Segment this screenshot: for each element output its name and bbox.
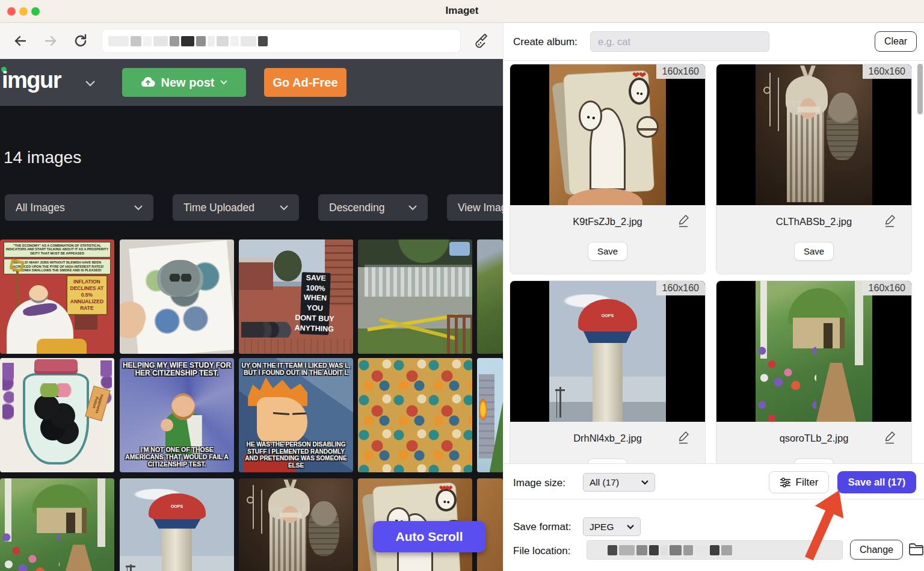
thumbnail-cottage-garden[interactable] — [0, 478, 114, 571]
select-value: All (17) — [590, 477, 619, 488]
meme-top-text: HELPING MY WIFE STUDY FOR HER CITIZENSHI… — [122, 362, 232, 378]
browser-pane: imgur New post Go Ad-Free 14 images All … — [0, 23, 503, 571]
filter-label: Filter — [796, 477, 819, 489]
clear-button[interactable]: Clear — [875, 31, 917, 52]
broom-clean-icon[interactable] — [473, 32, 490, 49]
filter-dropdown-sort-field[interactable]: Time Uploaded — [173, 194, 299, 221]
meme-bottom-text: I'M NOT ONE OF THOSE AMERICANS THAT WOUL… — [122, 446, 232, 468]
art-shape — [153, 519, 201, 529]
thumbnail-success-kid-meme[interactable]: HELPING MY WIFE STUDY FOR HER CITIZENSHI… — [120, 358, 234, 472]
thumbnail-water-tower[interactable]: OOPS — [120, 478, 234, 571]
sliders-icon — [780, 477, 791, 488]
save-format-select[interactable]: JPEG — [583, 517, 641, 536]
imgur-logo[interactable]: imgur — [2, 67, 61, 93]
file-location-field[interactable] — [587, 540, 843, 560]
card-image-cottage[interactable]: 160x160 — [716, 281, 911, 422]
upload-cloud-icon — [141, 76, 155, 88]
thumbnail-street-sign[interactable]: SAVE 100% WHEN YOU DONT BUY ANYTHING — [239, 239, 353, 354]
thumbnail-hill-partial[interactable] — [477, 239, 503, 354]
redacted-block — [661, 545, 668, 555]
save-button[interactable]: Save — [588, 242, 627, 261]
street-sign-text: SAVE 100% WHEN YOU DONT BUY ANYTHING — [300, 272, 330, 335]
art-shape — [365, 265, 472, 297]
thumbnail-cats-jar[interactable]: Happiness Potion — [0, 358, 114, 472]
art-shape — [824, 323, 833, 348]
redacted-block — [241, 36, 256, 46]
comic-caption: "THE ECONOMY" AS A COMBINATION OF STATIS… — [4, 242, 111, 258]
thumbnail-owl-woman[interactable] — [239, 478, 353, 571]
art-shape — [593, 342, 623, 422]
meme-top-text: UY ON THE IT TEAM I LIKED WAS L, BUT I F… — [241, 362, 351, 376]
bottom-control-bar: Image size: All (17) Filter Save all (17… — [504, 463, 924, 499]
image-card: 160x160 qsoroTLb_2.jpg Save — [716, 280, 912, 486]
image-count: 14 images — [4, 148, 81, 167]
save-all-button[interactable]: Save all (17) — [837, 471, 916, 493]
select-value: JPEG — [590, 522, 614, 532]
imgur-header: imgur New post Go Ad-Free — [0, 59, 503, 106]
thumbnail-watercolor-cat[interactable] — [120, 239, 234, 354]
thumbnail-economy-comic[interactable]: "THE ECONOMY" AS A COMBINATION OF STATIS… — [0, 239, 114, 354]
card-image-owl-woman[interactable]: 160x160 — [716, 64, 911, 205]
redacted-block — [153, 36, 168, 46]
filename: qsoroTLb_2.jpg — [716, 433, 911, 444]
dropdown-label: All Images — [16, 202, 65, 214]
chevron-down-icon — [627, 525, 634, 529]
card-image-cards[interactable]: ❤❤ 160x160 — [510, 64, 705, 205]
art-shape — [162, 528, 191, 571]
change-location-button[interactable]: Change — [850, 540, 903, 560]
filter-dropdown-view[interactable]: View Imag — [447, 194, 503, 221]
go-ad-free-button[interactable]: Go Ad-Free — [264, 68, 346, 97]
art-shape — [39, 383, 73, 397]
file-location-label: File location: — [513, 545, 570, 557]
edit-filename-icon[interactable] — [677, 214, 691, 228]
art-shape — [816, 363, 856, 422]
redacted-block — [619, 545, 635, 555]
chevron-down-icon — [408, 205, 417, 211]
image-size-select[interactable]: All (17) — [583, 473, 655, 492]
size-badge: 160x160 — [863, 64, 911, 79]
save-format-label: Save format: — [513, 521, 571, 533]
window-title: Imaget — [0, 5, 924, 17]
hearts-decoration: ❤❤ — [632, 70, 645, 81]
dropdown-label: Descending — [329, 202, 384, 214]
thumbnail-fry-meme[interactable]: UY ON THE IT TEAM I LIKED WAS L, BUT I F… — [239, 358, 353, 472]
redacted-block — [230, 36, 239, 46]
art-shape — [581, 102, 600, 129]
art-shape — [559, 387, 561, 418]
auto-scroll-button[interactable]: Auto Scroll — [373, 521, 485, 552]
redacted-block — [683, 545, 693, 555]
chevron-down-icon — [641, 480, 648, 485]
filename: CLThABSb_2.jpg — [716, 216, 911, 227]
address-bar[interactable] — [102, 29, 460, 52]
filter-dropdown-all-images[interactable]: All Images — [5, 194, 153, 221]
edit-filename-icon[interactable] — [884, 430, 897, 445]
new-post-button[interactable]: New post — [122, 68, 246, 97]
image-size-label: Image size: — [513, 477, 565, 489]
forward-button[interactable] — [42, 32, 59, 49]
art-shape — [638, 118, 657, 136]
filename: K9tFsZJb_2.jpg — [510, 216, 705, 227]
imgur-gallery: 14 images All Images Time Uploaded Desce… — [0, 106, 503, 571]
thumbnail-owl-pattern[interactable] — [358, 358, 472, 472]
filter-dropdown-sort-order[interactable]: Descending — [318, 194, 428, 221]
thumbnail-godzilla-partial[interactable] — [477, 358, 503, 472]
back-button[interactable] — [12, 32, 29, 49]
reload-button[interactable] — [72, 32, 89, 49]
edit-filename-icon[interactable] — [884, 214, 897, 228]
album-name-input[interactable] — [590, 31, 769, 52]
chevron-down-icon[interactable] — [85, 78, 95, 89]
art-shape — [257, 397, 307, 445]
filter-button[interactable]: Filter — [769, 471, 829, 493]
redacted-block — [131, 36, 141, 46]
thumbnail-fence-tape[interactable] — [358, 239, 472, 354]
folder-icon[interactable] — [908, 541, 924, 558]
art-shape — [161, 419, 173, 431]
card-image-water-tower[interactable]: OOPS 160x160 — [510, 281, 705, 422]
scrollbar-thumb[interactable] — [917, 64, 923, 114]
save-button[interactable]: Save — [794, 242, 834, 261]
redacted-block — [208, 36, 215, 46]
art-shape — [827, 93, 858, 160]
art-shape — [37, 339, 87, 354]
edit-filename-icon[interactable] — [677, 430, 691, 445]
filename: DrhNl4xb_2.jpg — [510, 433, 705, 444]
